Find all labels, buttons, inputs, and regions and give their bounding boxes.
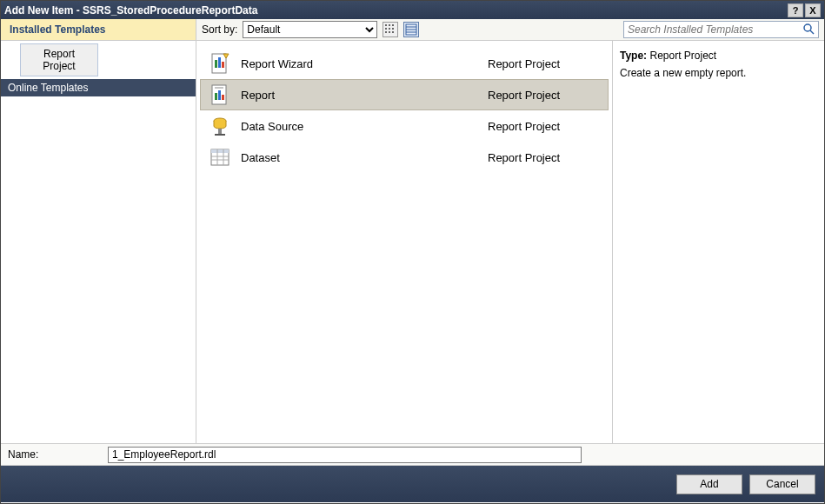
svg-rect-6 [392,24,394,26]
svg-rect-7 [392,28,394,30]
template-report[interactable]: Report Report Project [200,79,609,110]
add-button[interactable]: Add [676,474,742,494]
sidebar-item-report-project[interactable]: Report Project [20,43,98,76]
svg-rect-21 [215,93,217,100]
svg-rect-18 [222,62,224,68]
report-wizard-icon [208,51,232,76]
svg-rect-5 [389,31,390,33]
sidebar-online-templates[interactable]: Online Templates [1,79,196,96]
svg-rect-0 [385,24,387,26]
svg-rect-8 [392,31,394,33]
title-bar: Add New Item - SSRS_StoredProcedureRepor… [1,1,824,19]
sort-by-label: Sort by: [202,23,237,36]
template-type: Report Project [488,151,601,164]
svg-rect-4 [389,28,390,30]
search-box[interactable] [623,21,819,38]
template-name: Report Wizard [241,57,488,70]
help-button[interactable]: ? [788,3,803,17]
footer: Add Cancel [1,466,824,502]
svg-rect-1 [385,28,387,30]
report-icon [208,83,232,107]
details-type-label: Type: [620,50,647,62]
template-data-source[interactable]: Data Source Report Project [200,110,609,142]
svg-rect-23 [222,95,224,100]
name-label: Name: [8,448,108,461]
close-button[interactable]: X [805,3,821,17]
svg-rect-22 [218,90,221,100]
cancel-button[interactable]: Cancel [749,474,815,494]
template-type: Report Project [488,120,601,133]
svg-rect-16 [215,60,217,68]
medium-icons-button[interactable] [403,22,419,37]
details-panel: Type: Report Project Create a new empty … [612,41,824,443]
installed-templates-header: Installed Templates [1,19,196,40]
search-icon[interactable] [802,23,815,37]
svg-rect-3 [389,24,390,26]
dataset-icon [208,145,232,169]
data-source-icon [208,114,232,138]
medium-icons-icon [405,23,417,36]
template-dataset[interactable]: Dataset Report Project [200,142,609,173]
template-name: Dataset [241,151,488,164]
details-description: Create a new empty report. [620,67,817,79]
template-report-wizard[interactable]: Report Wizard Report Project [200,48,609,79]
name-input[interactable] [108,447,582,463]
svg-rect-2 [385,31,387,33]
svg-rect-29 [211,149,229,153]
template-type: Report Project [488,89,601,102]
window-title: Add New Item - SSRS_StoredProcedureRepor… [4,4,257,17]
small-icons-icon [384,23,396,36]
svg-line-14 [810,30,814,34]
template-name: Report [241,89,488,102]
sort-by-select[interactable]: Default [243,21,377,38]
small-icons-button[interactable] [383,22,398,37]
svg-point-13 [804,24,811,31]
svg-rect-26 [218,129,222,134]
search-input[interactable] [628,23,802,36]
sidebar: Report Project Online Templates [1,41,196,443]
svg-rect-27 [215,134,225,136]
template-name: Data Source [241,120,488,133]
template-type: Report Project [488,57,601,70]
templates-list: Report Wizard Report Project Report Repo… [196,41,612,443]
details-type-value: Report Project [649,50,716,62]
svg-rect-17 [218,57,221,68]
